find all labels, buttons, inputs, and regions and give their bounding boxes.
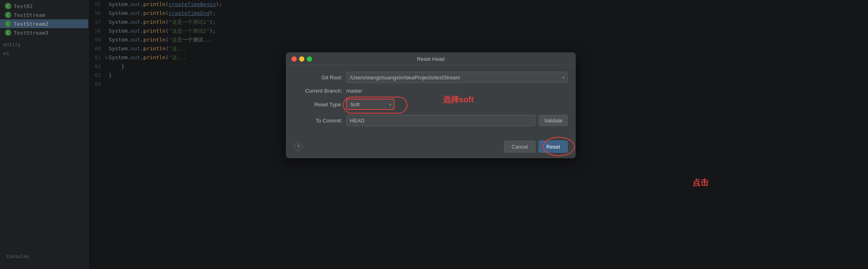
close-button[interactable] [291, 56, 297, 62]
git-root-row: Git Root: /Users/wangchuangxin/IdeaProje… [294, 72, 568, 83]
to-commit-row: To Commit: Validate [294, 115, 568, 126]
dialog-body: Git Root: /Users/wangchuangxin/IdeaProje… [286, 65, 576, 137]
current-branch-value: master [346, 88, 362, 94]
validate-button[interactable]: Validate [539, 115, 568, 126]
dialog-titlebar: Reset Head [286, 52, 576, 65]
git-root-select[interactable]: /Users/wangchuangxin/IdeaProjects/testSt… [346, 72, 568, 83]
minimize-button[interactable] [299, 56, 304, 62]
reset-type-wrapper: Soft Mixed Hard Keep Merge ▾ [346, 99, 395, 110]
reset-button-wrapper: Reset [539, 141, 568, 153]
traffic-lights [291, 56, 312, 62]
reset-type-label: Reset Type: [294, 101, 346, 108]
to-commit-input[interactable] [346, 115, 535, 126]
maximize-button[interactable] [307, 56, 312, 62]
reset-type-select[interactable]: Soft Mixed Hard Keep Merge [346, 99, 395, 110]
dialog-footer: ? Cancel Reset [286, 137, 576, 158]
current-branch-row: Current Branch: master [294, 88, 568, 94]
reset-button[interactable]: Reset [539, 141, 568, 153]
to-commit-label: To Commit: [294, 118, 346, 124]
dialog-title: Reset Head [417, 56, 445, 62]
cancel-button[interactable]: Cancel [504, 141, 535, 153]
git-root-select-wrapper[interactable]: /Users/wangchuangxin/IdeaProjects/testSt… [346, 72, 568, 83]
git-root-label: Git Root: [294, 74, 346, 81]
current-branch-label: Current Branch: [294, 88, 346, 94]
help-button[interactable]: ? [294, 142, 303, 151]
reset-type-row: Reset Type: Soft Mixed Hard Keep Merge ▾ [294, 99, 568, 110]
reset-head-dialog: Reset Head Git Root: /Users/wangchuangxi… [286, 52, 576, 158]
